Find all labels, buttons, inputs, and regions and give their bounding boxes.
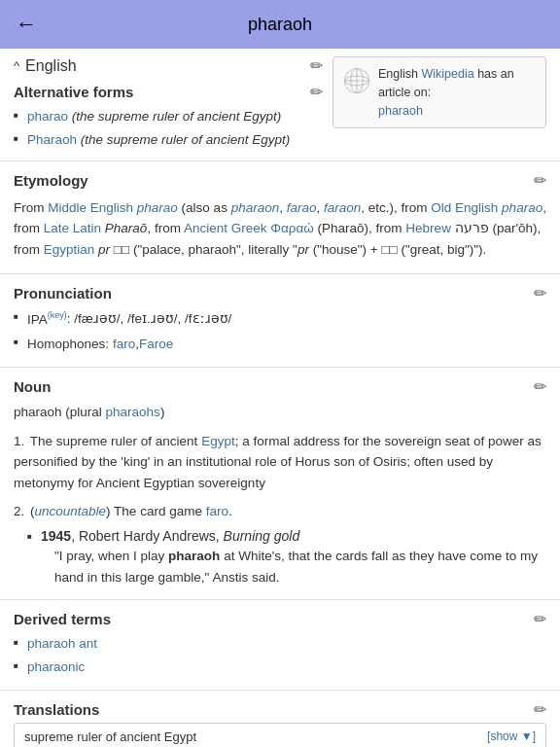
ipa-text: : /fæɹəʊ/, /feɪ.ɹəʊ/, /fɛːɹəʊ/ (67, 308, 232, 330)
back-button[interactable]: ← (16, 12, 37, 37)
year-citation: 1945, Robert Hardy Andrews, Burning gold (14, 528, 546, 544)
list-item: pharao (the supreme ruler of ancient Egy… (14, 105, 323, 128)
etymology-title: Etymology (14, 172, 88, 189)
noun-word: pharaoh (14, 405, 62, 419)
noun-section: Noun ✏ pharaoh (plural pharaohs) 1. The … (0, 372, 560, 595)
language-label: English (25, 57, 76, 75)
translations-edit-button[interactable]: ✏ (534, 700, 546, 719)
wiki-text-before: English (378, 67, 421, 81)
alt-form-2-italic: (the supreme ruler of ancient Egypt) (81, 132, 290, 147)
etymology-section: Etymology ✏ From Middle English pharao (… (0, 165, 560, 270)
pronunciation-title: Pronunciation (14, 285, 112, 302)
translations-box: supreme ruler of ancient Egypt [show ▼] (14, 723, 546, 747)
noun-edit-button[interactable]: ✏ (534, 377, 546, 396)
derived-terms-section: Derived terms ✏ pharaoh ant pharaonic (0, 604, 560, 686)
def-2-period: . (228, 504, 232, 518)
greek-word-link[interactable]: Φαραώ (270, 221, 314, 235)
wiki-globe-icon (343, 67, 370, 94)
def-1: 1. The supreme ruler of ancient Egypt; a… (14, 427, 546, 498)
def-2: 2. (uncountable) The card game faro. (14, 497, 546, 526)
ipa-key-link[interactable]: (key) (48, 310, 67, 320)
app-header: ← pharaoh (0, 0, 560, 49)
pronunciation-edit-button[interactable]: ✏ (534, 284, 546, 302)
ipa-item: IPA(key) : /fæɹəʊ/, /feɪ.ɹəʊ/, /fɛːɹəʊ/ (14, 306, 546, 332)
def-num-1: 1. (14, 434, 24, 448)
middle-english-link[interactable]: Middle English (48, 200, 133, 215)
list-item: pharaoh ant (14, 632, 546, 656)
faro-link[interactable]: faro (113, 334, 135, 355)
plural-label: plural (70, 405, 106, 419)
list-item: pharaonic (14, 656, 546, 679)
translations-title: Translations (14, 701, 99, 718)
wiki-text-content: English Wikipedia has an article on: pha… (378, 65, 536, 120)
pharaoh-bold: pharaoh (168, 549, 220, 563)
caret-icon: ^ (14, 58, 19, 73)
alt-form-1-italic: (the supreme ruler of ancient Egypt) (72, 109, 281, 124)
pharao-oe-link[interactable]: pharao (502, 200, 542, 215)
derived-terms-list: pharaoh ant pharaonic (14, 632, 546, 680)
faro-card-link[interactable]: faro (206, 504, 228, 518)
pharaon-link[interactable]: pharaon (231, 200, 280, 215)
def-num-2: 2. (14, 504, 24, 518)
uncountable-link[interactable]: uncountable (35, 504, 107, 518)
wikipedia-link[interactable]: Wikipedia (421, 67, 473, 81)
etymology-text: From Middle English pharao (also as phar… (14, 194, 546, 265)
noun-entry: pharaoh (plural pharaohs) (14, 400, 546, 427)
alt-forms-list: pharao (the supreme ruler of ancient Egy… (14, 105, 323, 153)
language-heading: ^ English (14, 57, 77, 75)
list-item: Pharaoh (the supreme ruler of ancient Eg… (14, 128, 323, 152)
late-latin-link[interactable]: Late Latin (44, 221, 101, 235)
citation-rest: , Robert Hardy Andrews, Burning gold (71, 528, 299, 544)
pronunciation-section: Pronunciation ✏ IPA(key) : /fæɹəʊ/, /feɪ… (0, 278, 560, 363)
derived-terms-title: Derived terms (14, 611, 111, 627)
hebrew-link[interactable]: Hebrew (405, 221, 451, 235)
pharaoh-ant-link[interactable]: pharaoh ant (27, 636, 97, 651)
def-2-uncountable: (uncountable) The card game (30, 504, 206, 518)
wikipedia-box: English Wikipedia has an article on: pha… (332, 56, 546, 128)
translations-header: Translations ✏ (0, 694, 560, 723)
faroe-link[interactable]: Faroe (139, 334, 173, 355)
page-title: pharaoh (248, 15, 312, 35)
egypt-link[interactable]: Egypt (201, 434, 235, 448)
egyptian-link[interactable]: Egyptian (44, 242, 95, 257)
homophones-label: Homophones: (27, 334, 109, 355)
language-edit-button[interactable]: ✏ (310, 56, 323, 75)
old-english-link[interactable]: Old English (431, 200, 498, 215)
alt-forms-title: Alternative forms (14, 84, 133, 100)
year: 1945 (41, 528, 71, 544)
etymology-edit-button[interactable]: ✏ (534, 171, 546, 190)
faraon-link[interactable]: faraon (324, 200, 361, 215)
translations-show-button[interactable]: [show ▼] (487, 729, 536, 743)
wiki-article-link[interactable]: pharaoh (378, 104, 423, 118)
pharaoh-link[interactable]: Pharaoh (27, 132, 77, 147)
quote: "I pray, when I play pharaoh at White's,… (14, 546, 546, 587)
alt-forms-edit-button[interactable]: ✏ (310, 83, 323, 101)
pharaohs-link[interactable]: pharaohs (106, 405, 160, 419)
pharaonic-link[interactable]: pharaonic (27, 659, 85, 674)
ipa-sup[interactable]: (key) (48, 310, 67, 320)
homophones-item: Homophones: faro, Faroe (14, 332, 546, 357)
noun-title: Noun (14, 378, 51, 395)
main-content: ^ English ✏ Alternative forms ✏ pharao (… (0, 49, 560, 747)
translations-gloss: supreme ruler of ancient Egypt (24, 729, 196, 744)
pharao-etym-link[interactable]: pharao (137, 200, 178, 215)
farao-link[interactable]: farao (287, 200, 317, 215)
derived-terms-edit-button[interactable]: ✏ (534, 610, 546, 628)
ipa-label: IPA(key) (27, 308, 67, 330)
ancient-greek-link[interactable]: Ancient Greek (184, 221, 267, 235)
def-1-text: The supreme ruler of ancient Egypt; a fo… (14, 434, 542, 490)
pharao-link[interactable]: pharao (27, 109, 68, 124)
